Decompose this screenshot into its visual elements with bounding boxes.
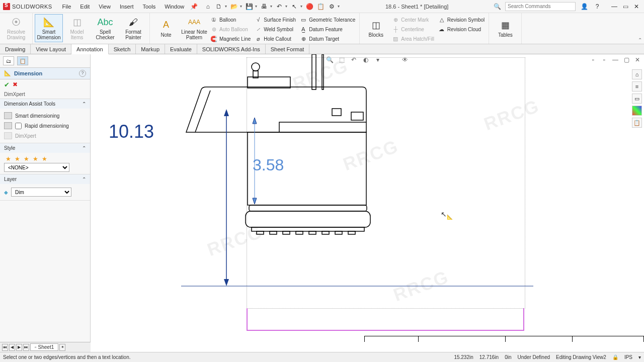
tables-button[interactable]: ▦ Tables [491,14,519,42]
datum-target-button[interactable]: ⊕Datum Target [298,34,357,43]
style-icon-4[interactable]: ★ [31,155,39,163]
cancel-button[interactable]: ✖ [13,81,18,88]
blocks-button[interactable]: ◫ Blocks [362,14,390,42]
search-commands-input[interactable] [505,2,576,11]
status-menu-icon[interactable]: ▾ [638,354,641,360]
smart-dimensioning-option[interactable]: Smart dimensioning [4,111,86,121]
rt-layers-icon[interactable]: ≡ [632,81,642,92]
status-units[interactable]: IPS [624,354,632,360]
style-icon-3[interactable]: ★ [22,155,30,163]
menu-view[interactable]: View [95,2,115,11]
tab-evaluate[interactable]: Evaluate [165,44,197,54]
style-section-header[interactable]: Style⌃ [0,143,90,153]
rt-properties-icon[interactable]: 📋 [632,118,642,128]
layer-select[interactable]: Dim [11,188,71,197]
menu-edit[interactable]: Edit [76,2,94,11]
mdi-close-icon[interactable]: ✕ [633,55,642,64]
weld-symbol-button[interactable]: ⟋Weld Symbol [253,25,298,34]
property-manager-tab[interactable]: 📋 [17,56,28,65]
revision-cloud-button[interactable]: ☁Revision Cloud [436,25,487,34]
minimize-icon[interactable]: — [610,2,619,11]
layer-section-header[interactable]: Layer⌃ [0,174,90,184]
style-icon-2[interactable]: ★ [13,155,21,163]
feature-manager-tab[interactable]: 🗂 [3,56,14,65]
tab-annotation[interactable]: Annotation [71,44,109,54]
tab-addins[interactable]: SOLIDWORKS Add-Ins [197,44,266,54]
add-sheet-button[interactable]: ✶ [59,344,65,351]
rt-appearance-icon[interactable] [632,106,642,116]
geometric-tolerance-button[interactable]: ▭Geometric Tolerance [298,15,357,24]
open-icon[interactable]: 📂 [229,2,243,11]
surface-finish-button[interactable]: √Surface Finish [253,15,298,24]
style-select[interactable]: <NONE> [4,163,69,172]
settings-icon[interactable]: ⚙ [327,2,340,11]
menu-window[interactable]: Window [160,2,188,11]
home-icon[interactable]: ⌂ [203,2,212,11]
pin-icon[interactable]: 📌 [189,2,198,11]
chevron-up-icon: ⌃ [82,145,86,151]
mdi-max-icon[interactable]: ▢ [622,55,631,64]
app-logo: SOLIDWORKS [3,3,52,10]
status-x: 15.232in [454,354,473,360]
menu-insert[interactable]: Insert [116,2,138,11]
select-icon[interactable]: ↖ [290,2,303,11]
spell-checker-button[interactable]: Abc Spell Checker [91,14,119,42]
resolve-icon: ⦿ [10,16,22,28]
sheet-nav-next[interactable]: ▶ [16,344,22,351]
rt-sheet-icon[interactable]: ▭ [632,94,642,104]
ok-button[interactable]: ✔ [4,81,10,88]
tab-markup[interactable]: Markup [136,44,165,54]
dimxpert-subtab[interactable]: DimXpert [0,90,90,99]
undo-icon[interactable]: ↶ [275,2,288,11]
save-icon[interactable]: 💾 [245,2,258,11]
options-icon[interactable]: 📋 [316,2,325,11]
sheet-nav-first[interactable]: ⏮ [2,344,8,351]
tab-drawing[interactable]: Drawing [0,44,31,54]
svg-rect-6 [332,109,341,116]
close-icon[interactable]: ✕ [632,2,641,11]
note-icon: A [160,19,172,31]
auto-balloon-icon: ⊚ [210,26,217,33]
login-icon[interactable]: 👤 [580,2,589,11]
datum-feature-button[interactable]: A̲Datum Feature [298,25,357,34]
dimension-value-outer[interactable]: 10.13 [109,121,154,142]
drawing-canvas[interactable]: 🔍 ⬚ ↶ ◐ ▾ 👁 ▫ ▫ — ▢ ✕ ⌂ ≡ ▭ 📋 RRCG RRCG … [91,54,644,342]
smart-dimension-button[interactable]: 📐 Smart Dimension [35,14,63,42]
rt-home-icon[interactable]: ⌂ [632,69,642,79]
sheet-tab-1[interactable]: ▫ Sheet1 [30,343,58,351]
assist-section-header[interactable]: Dimension Assist Tools⌃ [0,99,90,109]
style-icon-5[interactable]: ★ [40,155,48,163]
tab-sheet-format[interactable]: Sheet Format [266,44,310,54]
print-icon[interactable]: 🖶 [260,2,273,11]
restore-icon[interactable]: ▭ [621,2,630,11]
mdi-min-icon[interactable]: — [611,55,620,64]
help-icon[interactable]: ? [593,2,602,11]
dimension-value-inner[interactable]: 3.58 [253,156,284,174]
linear-note-pattern-button[interactable]: AAA Linear Note Pattern [180,14,208,42]
hole-callout-button[interactable]: ⌀Hole Callout [253,34,298,43]
panel-help-icon[interactable]: ? [79,70,86,77]
sheet-nav-prev[interactable]: ◀ [9,344,15,351]
rapid-dim-checkbox[interactable] [15,123,22,129]
bom-header-rev: Revision [506,336,573,342]
menu-file[interactable]: File [58,2,75,11]
bom-table[interactable]: ITEM NO. PART NUMBER Revision DESCRI 1 S… [364,336,644,342]
note-button[interactable]: A Note [152,14,180,42]
tab-sketch[interactable]: Sketch [109,44,136,54]
rebuild-icon[interactable]: 🔴 [305,2,314,11]
mdi-tile-icon[interactable]: ▫ [600,55,609,64]
balloon-button[interactable]: ①Balloon [208,15,253,24]
tab-view-layout[interactable]: View Layout [31,44,71,54]
menu-tools[interactable]: Tools [138,2,159,11]
revision-symbol-button[interactable]: △Revision Symbol [436,15,487,24]
sheet-nav-last[interactable]: ⏭ [23,344,29,351]
new-icon[interactable]: 🗋 [214,2,227,11]
status-rebuild-icon[interactable]: 🔒 [612,354,618,360]
ribbon-collapse-icon[interactable]: ⌃ [638,37,642,43]
chevron-up-icon: ⌃ [82,101,86,107]
mdi-cascade-icon[interactable]: ▫ [589,55,598,64]
rapid-dimensioning-option[interactable]: Rapid dimensioning [4,121,86,131]
magnetic-line-button[interactable]: 🧲Magnetic Line [208,34,253,43]
style-icon-1[interactable]: ★ [4,155,12,163]
format-painter-button[interactable]: 🖌 Format Painter [119,14,147,42]
